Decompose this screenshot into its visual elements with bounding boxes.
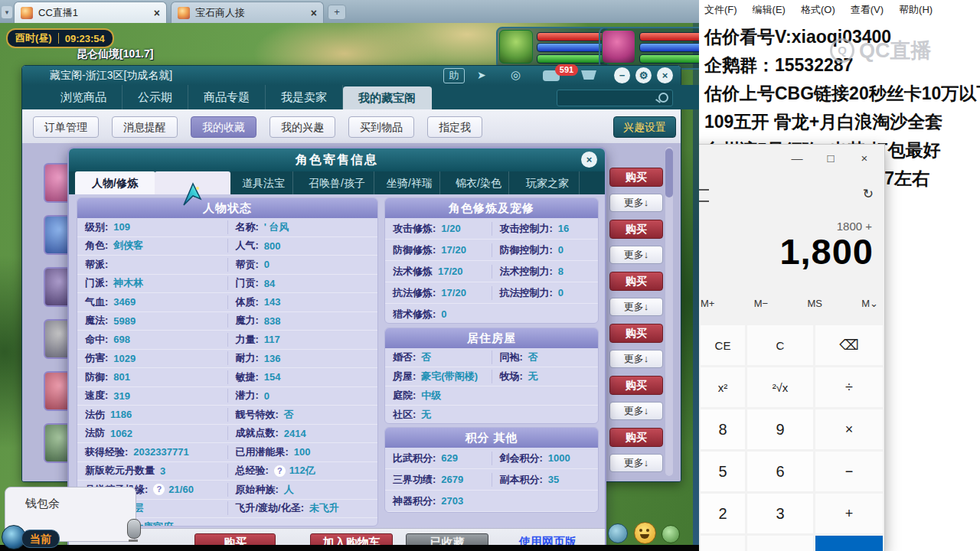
listing-buy-button[interactable]: 购买 <box>609 168 663 187</box>
party-stat-bars <box>639 30 699 67</box>
cart-icon[interactable] <box>581 70 596 80</box>
calc-button[interactable]: 5 <box>701 452 745 491</box>
calc-button[interactable]: CE <box>701 325 745 365</box>
listing-more-button[interactable]: 更多↓ <box>609 454 663 472</box>
browser-tab[interactable]: CC直播1× <box>14 2 167 24</box>
field-label: 帮贡: <box>236 258 259 272</box>
cbg-nav-tab[interactable]: 商品专题 <box>188 85 266 109</box>
browser-tabbar: ▾ CC直播1×宝石商人接×+ <box>0 0 699 23</box>
party-member-frame[interactable] <box>496 27 609 70</box>
calc-button[interactable] <box>701 536 745 551</box>
browser-tab[interactable]: 宝石商人接× <box>171 2 324 24</box>
calc-button[interactable]: x² <box>701 367 745 407</box>
tab-close-icon[interactable]: × <box>311 7 317 19</box>
cbg-nav-tab[interactable]: 浏览商品 <box>45 85 122 109</box>
dialog-close-icon[interactable]: × <box>581 152 597 168</box>
notepad-menu-item[interactable]: 帮助(H) <box>899 3 933 17</box>
cbg-sub-tab[interactable]: 我的兴趣 <box>270 116 335 138</box>
calc-button[interactable]: 9 <box>747 409 813 449</box>
microphone-icon[interactable] <box>127 519 141 539</box>
calc-minimize-button[interactable]: — <box>789 152 805 165</box>
help-button[interactable]: 助 <box>443 68 465 83</box>
notepad-menu-item[interactable]: 查看(V) <box>851 3 884 17</box>
listing-more-button[interactable]: 更多↓ <box>609 298 663 316</box>
calc-button[interactable]: ²√x <box>747 367 813 407</box>
cbg-sub-tab[interactable]: 我的收藏 <box>191 116 256 138</box>
equals-button[interactable] <box>815 536 883 551</box>
target-icon[interactable]: ◎ <box>511 68 521 82</box>
dialog-tab[interactable]: 召唤兽/孩子 <box>300 171 374 194</box>
calc-button[interactable]: ⌫ <box>815 325 883 365</box>
listing-buy-button[interactable]: 购买 <box>609 220 663 239</box>
cbg-sub-tab[interactable]: 指定我 <box>427 116 482 138</box>
calc-button[interactable]: − <box>815 452 883 491</box>
listing-more-button[interactable]: 更多↓ <box>609 402 663 420</box>
calc-button[interactable]: × <box>815 409 883 449</box>
listing-more-button[interactable]: 更多↓ <box>609 246 663 264</box>
list-scrollbar[interactable] <box>665 147 673 476</box>
calc-button[interactable] <box>747 536 813 551</box>
memory-button[interactable]: M− <box>754 298 768 309</box>
dialog-tab[interactable]: 坐骑/祥瑞 <box>380 171 440 194</box>
tab-close-icon[interactable]: × <box>154 7 160 19</box>
history-icon[interactable]: ↻ <box>863 186 874 202</box>
listing-buy-button[interactable]: 购买 <box>609 428 663 447</box>
current-channel-badge[interactable]: 当前 <box>21 530 60 548</box>
notepad-menu-item[interactable]: 格式(O) <box>801 3 835 17</box>
listing-more-button[interactable]: 更多↓ <box>609 350 663 368</box>
calc-button[interactable]: 6 <box>747 452 813 491</box>
cbg-sub-tab[interactable]: 消息提醒 <box>112 116 178 138</box>
field-value: 0 <box>264 259 270 270</box>
dialog-tab[interactable]: 道具法宝 <box>234 171 293 194</box>
field: 名称:' 台风 <box>227 220 378 234</box>
interest-settings-button[interactable]: 兴趣设置 <box>613 116 676 138</box>
help-icon[interactable]: ? <box>153 484 165 495</box>
cbg-nav-tab[interactable]: 我的藏宝阁 <box>343 86 432 109</box>
field-value: 无 <box>421 408 431 422</box>
listing-buy-button[interactable]: 购买 <box>609 376 663 395</box>
cbg-sub-tab[interactable]: 买到物品 <box>348 116 414 138</box>
field: 力量:117 <box>227 333 378 347</box>
field-value: 剑侠客 <box>113 239 143 253</box>
cbg-nav-tab[interactable]: 公示期 <box>122 85 188 109</box>
memory-button[interactable]: M⌄ <box>861 298 878 309</box>
notepad-menu-item[interactable]: 编辑(E) <box>753 3 786 17</box>
search-input[interactable] <box>557 90 673 106</box>
calc-close-button[interactable]: × <box>857 152 872 165</box>
calc-button[interactable]: + <box>815 494 883 533</box>
listing-buy-button[interactable]: 购买 <box>609 272 663 291</box>
dialog-tab[interactable]: 玩家之家 <box>516 171 580 194</box>
scrollbar-thumb[interactable] <box>665 148 673 197</box>
share-icon[interactable]: ➤ <box>477 69 486 81</box>
cbg-nav-tab[interactable]: 我是卖家 <box>266 85 343 109</box>
memory-button[interactable]: M+ <box>701 298 714 309</box>
cbg-sub-tab[interactable]: 订单管理 <box>33 116 99 138</box>
tab-dropdown-icon[interactable]: ▾ <box>2 6 12 18</box>
calc-maximize-button[interactable]: □ <box>823 152 838 165</box>
cbg-minimize-button[interactable]: − <box>614 67 630 83</box>
smiley-icon[interactable] <box>634 522 656 544</box>
calc-button[interactable]: 2 <box>701 494 745 533</box>
field-value: 中级 <box>421 389 441 403</box>
field-value: 17/20 <box>441 287 466 298</box>
game-toolbar-icon[interactable] <box>662 525 680 543</box>
party-member-frame[interactable] <box>599 27 699 70</box>
calc-button[interactable]: ÷ <box>815 367 883 407</box>
new-tab-button[interactable]: + <box>328 5 346 20</box>
listing-more-button[interactable]: 更多↓ <box>609 194 663 212</box>
calc-button[interactable]: 3 <box>747 494 813 533</box>
calc-button[interactable]: C <box>747 325 813 365</box>
cbg-settings-button[interactable]: ⚙ <box>635 67 652 83</box>
notepad-line: 109五开 骨龙+月白浪淘沙全套 <box>704 108 980 136</box>
listing-buy-button[interactable]: 购买 <box>609 324 663 343</box>
cbg-close-button[interactable]: × <box>657 67 673 83</box>
browser-tab-label: 宝石商人接 <box>195 6 305 20</box>
dialog-tab[interactable]: 人物/修炼 <box>75 171 155 194</box>
notepad-menu-item[interactable]: 文件(F) <box>704 3 737 17</box>
game-toolbar-icon[interactable] <box>608 523 628 543</box>
memory-button[interactable]: MS <box>807 298 822 309</box>
calc-button[interactable]: 8 <box>701 409 745 449</box>
field-label: 角色: <box>85 239 108 253</box>
dialog-tab[interactable]: 锦衣/染色 <box>449 171 509 194</box>
help-icon[interactable]: ? <box>274 465 286 477</box>
